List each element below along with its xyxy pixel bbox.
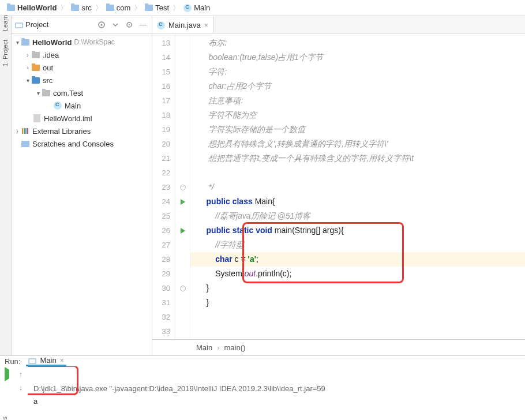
folder-icon (32, 65, 40, 71)
run-gutter-icon[interactable] (181, 199, 185, 205)
tree-label: HelloWorld.iml (44, 114, 92, 123)
chevron-right-icon: 〉 (171, 3, 181, 13)
tree-external-libraries[interactable]: › External Libraries (12, 125, 152, 137)
tree-scratches[interactable]: Scratches and Consoles (12, 137, 152, 150)
chevron-right-icon: 〉 (133, 3, 142, 13)
code-line[interactable]: public static void main(String[] args){ (190, 223, 525, 238)
run-config-tab[interactable]: Main × (26, 356, 66, 366)
marker-gutter (175, 33, 190, 339)
source-folder-icon (32, 77, 40, 84)
code-line[interactable]: //字符型 (190, 238, 525, 252)
svg-rect-8 (25, 128, 27, 134)
breadcrumb-main[interactable]: Main (181, 3, 212, 12)
breadcrumb-method[interactable]: main() (224, 343, 246, 352)
project-title-label: Project (25, 20, 48, 29)
breadcrumb-src[interactable]: src (69, 3, 93, 12)
expand-all-icon[interactable] (110, 20, 121, 30)
select-opened-icon[interactable] (96, 20, 107, 30)
project-tool-window: Project — ▾ HelloWorld D:\WorkSpac › .id… (12, 16, 152, 355)
breadcrumb-com[interactable]: com (104, 3, 133, 12)
code-line[interactable] (190, 310, 525, 324)
down-icon[interactable]: ↓ (19, 383, 23, 392)
code-editor[interactable]: 布尔: boolean:(true,false)占用1个字节 字符: char:… (190, 33, 525, 339)
tree-main-class[interactable]: Main (12, 99, 152, 112)
code-line[interactable]: 布尔: (190, 36, 525, 50)
run-body: ↑ ↓ D:\jdk1_8\bin\java.exe "-javaagent:D… (0, 366, 525, 420)
chevron-right-icon[interactable]: › (24, 65, 31, 71)
code-line[interactable]: 字符: (190, 65, 525, 79)
tree-label: com.Test (53, 89, 83, 97)
rerun-icon[interactable] (5, 370, 9, 378)
code-line[interactable]: 字符实际存储的是一个数值 (190, 122, 525, 137)
tree-label: out (43, 63, 53, 72)
hide-icon[interactable]: — (138, 20, 148, 30)
project-panel-title[interactable]: Project (15, 20, 93, 29)
code-line[interactable]: } (190, 295, 525, 310)
code-line[interactable]: */ (190, 180, 525, 194)
run-gutter-icon[interactable] (181, 228, 185, 234)
close-icon[interactable]: × (204, 21, 208, 29)
breadcrumb-root[interactable]: HelloWorld (5, 3, 59, 12)
up-icon[interactable]: ↑ (19, 370, 23, 378)
code-line[interactable]: char c = 'a'; (190, 252, 525, 267)
code-line[interactable]: public class Main{ (190, 194, 525, 209)
class-icon (157, 21, 165, 29)
gear-icon[interactable] (124, 20, 134, 30)
breadcrumb-label: Test (155, 3, 169, 12)
breadcrumb-label: HelloWorld (17, 3, 57, 12)
code-line[interactable] (190, 324, 525, 339)
svg-point-3 (101, 24, 103, 25)
application-icon (28, 357, 36, 364)
chevron-down-icon[interactable]: ▾ (35, 90, 42, 96)
file-tab-main[interactable]: Main.java × (152, 16, 213, 33)
breadcrumb-label: src (81, 3, 91, 12)
learn-tool-tab[interactable]: Learn (2, 15, 9, 31)
editor-breadcrumb: Main › main() (152, 339, 525, 355)
code-line[interactable]: char:占用2个字节 (190, 79, 525, 93)
file-tab-label: Main.java (168, 21, 201, 29)
tree-root[interactable]: ▾ HelloWorld D:\WorkSpac (12, 36, 152, 48)
chevron-down-icon[interactable]: ▾ (14, 39, 21, 46)
breadcrumb-class[interactable]: Main (196, 343, 212, 352)
chevron-right-icon: › (217, 343, 219, 352)
code-line[interactable]: 注意事项: (190, 93, 525, 108)
line-number-gutter: 1314151617181920212223242526272829303132… (152, 33, 175, 339)
tree-out[interactable]: › out (12, 61, 152, 74)
code-line[interactable] (190, 166, 525, 180)
project-tool-tab[interactable]: 1: Project (2, 40, 9, 66)
project-folder-icon (21, 39, 29, 46)
class-icon (54, 102, 62, 110)
tree-label: src (43, 76, 52, 85)
chevron-right-icon[interactable]: › (24, 52, 31, 58)
code-line[interactable]: //磊哥java历险记 @51博客 (190, 209, 525, 223)
code-line[interactable]: boolean:(true,false)占用1个字节 (190, 50, 525, 65)
chevron-right-icon[interactable]: › (14, 128, 21, 134)
chevron-right-icon: 〉 (94, 3, 104, 13)
svg-rect-7 (24, 128, 25, 134)
code-line[interactable]: 想把具有特殊含义',转换成普通的字符,用转义字符\' (190, 137, 525, 151)
code-line[interactable]: 字符不能为空 (190, 108, 525, 122)
project-tree[interactable]: ▾ HelloWorld D:\WorkSpac › .idea › out ▾ (12, 33, 152, 355)
tree-label: Main (65, 102, 81, 110)
code-line[interactable]: } (190, 281, 525, 295)
close-icon[interactable]: × (60, 357, 64, 365)
svg-rect-9 (27, 128, 28, 134)
breadcrumb-label: Main (194, 3, 210, 12)
tree-src[interactable]: ▾ src (12, 74, 152, 87)
editor-area: Main.java × 1314151617181920212223242526… (152, 16, 525, 355)
console-output[interactable]: D:\jdk1_8\bin\java.exe "-javaagent:D:\id… (28, 366, 525, 420)
code-line[interactable]: 想把普通字符t,变成一个具有特殊含义的字符,用转义字符\t (190, 151, 525, 166)
console-output-line: a (33, 397, 38, 406)
tree-idea[interactable]: › .idea (12, 48, 152, 61)
code-line[interactable]: System.out.println(c); (190, 267, 525, 281)
tree-iml[interactable]: HelloWorld.iml (12, 112, 152, 125)
run-tool-window: Run: Main × ↑ ↓ D:\jdk1_8\bin\java.exe "… (0, 355, 525, 420)
favorites-tool-tab[interactable]: orites (1, 417, 8, 420)
tree-comtest[interactable]: ▾ com.Test (12, 87, 152, 99)
svg-point-5 (129, 24, 130, 25)
tree-root-path: D:\WorkSpac (74, 38, 114, 46)
fold-icon[interactable] (180, 185, 186, 190)
chevron-down-icon[interactable]: ▾ (24, 77, 31, 84)
breadcrumb-test[interactable]: Test (142, 3, 171, 12)
fold-icon[interactable] (180, 286, 186, 291)
